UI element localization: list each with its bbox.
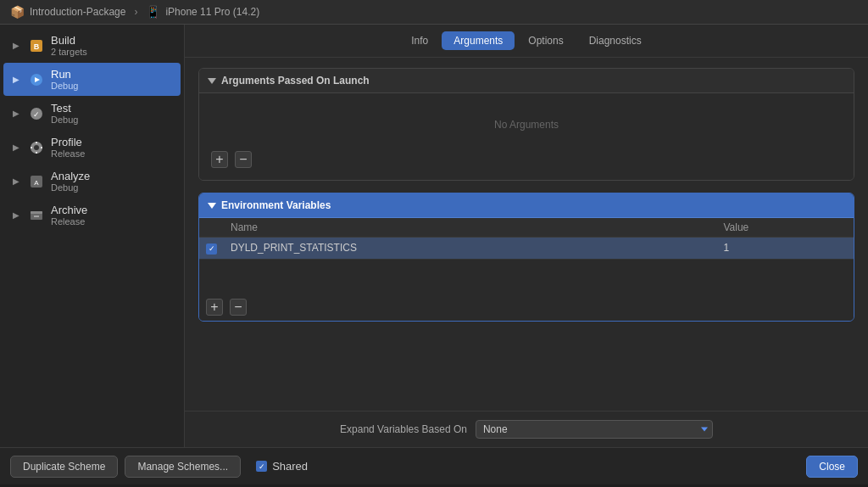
sidebar: ▶ B Build 2 targets ▶ Run <box>0 25 185 447</box>
run-label: Run <box>51 68 78 81</box>
sidebar-item-test[interactable]: ▶ ✓ Test Debug <box>3 97 181 130</box>
arrow-archive: ▶ <box>10 210 22 221</box>
arrow-analyze: ▶ <box>10 176 22 188</box>
arrow-run: ▶ <box>10 74 22 86</box>
arguments-section-body: No Arguments + − <box>199 93 854 180</box>
tab-arguments[interactable]: Arguments <box>442 31 515 50</box>
test-text: Test Debug <box>51 102 78 125</box>
profile-text: Profile Release <box>51 136 85 159</box>
shared-label: Shared <box>272 460 308 473</box>
env-row-check[interactable]: ✓ <box>199 238 224 260</box>
breadcrumb-separator: › <box>134 6 137 18</box>
env-col-value: Value <box>716 218 854 238</box>
archive-label: Archive <box>51 204 87 216</box>
archive-icon <box>27 206 46 225</box>
tab-options[interactable]: Options <box>516 31 575 50</box>
build-icon: B <box>27 36 46 55</box>
tab-info[interactable]: Info <box>399 31 440 50</box>
run-icon <box>27 70 46 89</box>
build-label: Build <box>51 34 87 47</box>
sidebar-item-run[interactable]: ▶ Run Debug <box>3 63 181 96</box>
profile-sublabel: Release <box>51 148 85 159</box>
expand-variables-select-wrapper: None <box>476 420 713 439</box>
sidebar-item-analyze[interactable]: ▶ A Analyze Debug <box>3 165 181 198</box>
profile-label: Profile <box>51 136 85 148</box>
svg-text:B: B <box>34 42 40 51</box>
arguments-remove-button[interactable]: − <box>235 151 252 168</box>
analyze-sublabel: Debug <box>51 182 90 193</box>
env-section-header[interactable]: Environment Variables <box>199 193 854 218</box>
archive-sublabel: Release <box>51 216 87 227</box>
arrow-profile: ▶ <box>10 142 22 154</box>
arguments-collapse-triangle <box>208 78 216 84</box>
env-section-title: Environment Variables <box>221 199 331 211</box>
package-label: Introduction-Package <box>30 6 125 18</box>
tab-diagnostics[interactable]: Diagnostics <box>577 31 654 50</box>
expand-variables-row: Expand Variables Based On None <box>185 411 868 447</box>
env-section-body: Name Value ✓ DYLD_PRINT_STATISTICS 1 <box>199 218 854 321</box>
arguments-add-button[interactable]: + <box>211 151 228 168</box>
build-text: Build 2 targets <box>51 34 87 57</box>
env-collapse-triangle <box>208 203 216 209</box>
svg-rect-15 <box>31 211 42 214</box>
manage-schemes-button[interactable]: Manage Schemes... <box>125 456 241 478</box>
arguments-section-title: Arguments Passed On Launch <box>221 75 370 87</box>
env-table: Name Value ✓ DYLD_PRINT_STATISTICS 1 <box>199 218 854 260</box>
analyze-text: Analyze Debug <box>51 170 90 193</box>
env-add-button[interactable]: + <box>206 299 223 316</box>
sidebar-item-profile[interactable]: ▶ Profile Release <box>3 131 181 164</box>
svg-text:A: A <box>34 179 39 187</box>
arrow-test: ▶ <box>10 108 22 120</box>
run-sublabel: Debug <box>51 81 78 91</box>
content-area: Info Arguments Options Diagnostics Argum… <box>185 25 868 447</box>
env-row-value: 1 <box>716 238 854 260</box>
shared-row: ✓ Shared <box>256 460 308 473</box>
content-panels: Arguments Passed On Launch No Arguments … <box>185 58 868 411</box>
run-text: Run Debug <box>51 68 78 91</box>
analyze-label: Analyze <box>51 170 90 182</box>
checkbox-checked-icon: ✓ <box>206 244 217 255</box>
duplicate-scheme-button[interactable]: Duplicate Scheme <box>10 456 118 478</box>
svg-point-7 <box>34 145 39 150</box>
sidebar-item-archive[interactable]: ▶ Archive Release <box>3 199 181 232</box>
test-sublabel: Debug <box>51 115 78 125</box>
expand-variables-select[interactable]: None <box>476 420 713 439</box>
analyze-icon: A <box>27 172 46 191</box>
env-remove-button[interactable]: − <box>230 299 247 316</box>
main-layout: ▶ B Build 2 targets ▶ Run <box>0 25 868 447</box>
close-button[interactable]: Close <box>806 456 858 478</box>
archive-text: Archive Release <box>51 204 87 227</box>
env-col-name: Name <box>224 218 716 238</box>
profile-icon <box>27 138 46 157</box>
build-sublabel: 2 targets <box>51 47 87 57</box>
device-label: iPhone 11 Pro (14.2) <box>165 6 259 18</box>
test-icon: ✓ <box>27 104 46 123</box>
expand-variables-label: Expand Variables Based On <box>340 423 467 435</box>
svg-text:✓: ✓ <box>33 110 40 119</box>
arrow-build: ▶ <box>10 40 22 52</box>
package-icon: 📦 <box>10 5 25 19</box>
arguments-section-header[interactable]: Arguments Passed On Launch <box>199 69 854 93</box>
title-bar: 📦 Introduction-Package › 📱 iPhone 11 Pro… <box>0 0 868 25</box>
env-col-check <box>199 218 224 238</box>
arguments-section: Arguments Passed On Launch No Arguments … <box>198 68 854 181</box>
bottom-bar: Duplicate Scheme Manage Schemes... ✓ Sha… <box>0 447 868 484</box>
env-add-remove-row: + − <box>199 294 854 321</box>
env-variables-section: Environment Variables Name Value <box>198 193 854 322</box>
env-row-name: DYLD_PRINT_STATISTICS <box>224 238 716 260</box>
tabs-bar: Info Arguments Options Diagnostics <box>185 25 868 58</box>
device-icon: 📱 <box>146 5 160 19</box>
test-label: Test <box>51 102 78 115</box>
table-row[interactable]: ✓ DYLD_PRINT_STATISTICS 1 <box>199 238 854 260</box>
arguments-add-remove-row: + − <box>208 148 845 171</box>
sidebar-item-build[interactable]: ▶ B Build 2 targets <box>3 29 181 62</box>
no-arguments-text: No Arguments <box>208 102 845 148</box>
shared-checkbox[interactable]: ✓ <box>256 461 267 472</box>
